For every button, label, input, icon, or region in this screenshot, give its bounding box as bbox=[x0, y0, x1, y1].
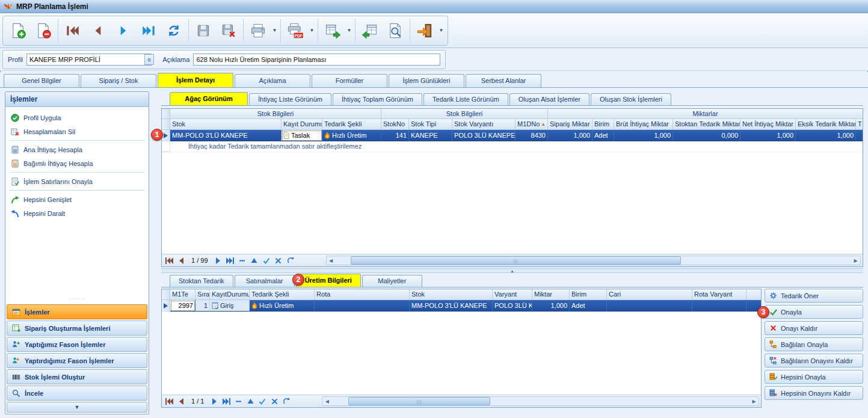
cell-stokno[interactable]: 141 bbox=[381, 130, 409, 141]
sidebar-action-bagimli-ihtiyac-hesapla[interactable]: Bağımlı İhtiyaç Hesapla bbox=[5, 156, 149, 170]
sidebar-group-incele[interactable]: İncele bbox=[7, 386, 147, 401]
column-header-sira[interactable]: Sıra bbox=[195, 289, 210, 300]
new-record-button[interactable] bbox=[5, 17, 31, 44]
cell-rota[interactable] bbox=[315, 300, 410, 312]
tree-nav-post-button[interactable] bbox=[261, 256, 272, 266]
cell-tedarik-sekli[interactable]: Hızlı Üretim bbox=[250, 300, 315, 312]
tab-satinalmalar[interactable]: Satınalmalar bbox=[235, 275, 295, 287]
detail-nav-first-button[interactable] bbox=[164, 396, 174, 407]
next-record-button[interactable] bbox=[111, 17, 136, 44]
cell-stok-varyanti[interactable]: POLO 3LÜ KANEPE Var bbox=[452, 130, 516, 141]
cell-birim[interactable]: Adet bbox=[593, 130, 614, 141]
detail-nav-post-button[interactable] bbox=[257, 396, 268, 407]
hepsinin-onayini-kaldir-button[interactable]: Hepsinin Onayını Kaldır bbox=[765, 386, 863, 400]
tab-genel-bilgiler[interactable]: Genel Bilgiler bbox=[4, 74, 79, 87]
tab-olusan-alsat-islemler[interactable]: Oluşan Alsat İşlemler bbox=[509, 93, 589, 105]
sidebar-group-stok-islemi-olustur[interactable]: Stok İşlemi Oluştur bbox=[7, 369, 147, 384]
sidebar-action-profil-uygula[interactable]: Profil Uygula bbox=[5, 111, 149, 124]
description-input[interactable] bbox=[193, 54, 440, 66]
previous-record-button[interactable] bbox=[85, 17, 111, 44]
scroll-right-arrow-icon[interactable]: ▶ bbox=[851, 256, 860, 265]
cell-sira[interactable]: 1 bbox=[195, 300, 210, 312]
column-header-cari[interactable]: Cari bbox=[607, 289, 692, 300]
column-header-varyant[interactable]: Varyant bbox=[493, 289, 532, 300]
sidebar-action-hepsini-genislet[interactable]: Hepsini Genişlet bbox=[5, 192, 149, 206]
detail-nav-next-button[interactable] bbox=[209, 396, 220, 407]
tab-islem-detayi[interactable]: İşlem Detayı bbox=[158, 73, 233, 87]
tab-tedarik-liste-gorunum[interactable]: Tedarik Liste Görünüm bbox=[423, 93, 508, 105]
column-header-stoktan-tedarik-miktar[interactable]: Stoktan Tedarik Miktar bbox=[673, 119, 740, 129]
horizontal-splitter[interactable]: ▲ bbox=[161, 268, 863, 273]
column-header-miktar[interactable]: Miktar bbox=[532, 289, 570, 300]
scroll-right-arrow-icon[interactable]: ▶ bbox=[749, 397, 759, 405]
column-header-kayit-durumu[interactable]: KayıtDurumu bbox=[210, 289, 250, 300]
tab-islem-gunlukleri[interactable]: İşlem Günlükleri bbox=[389, 74, 464, 87]
first-record-button[interactable] bbox=[60, 17, 85, 44]
cell-varyant[interactable]: POLO 3LÜ KAI bbox=[493, 300, 532, 312]
detail-nav-cancel-button[interactable] bbox=[269, 396, 280, 407]
tree-nav-cancel-button[interactable] bbox=[273, 256, 284, 266]
sidebar-group-islemler[interactable]: İşlemler bbox=[7, 304, 147, 319]
column-header-birim[interactable]: Birim bbox=[570, 289, 607, 300]
detail-nav-delete-button[interactable] bbox=[233, 396, 244, 407]
cell-eksik-tedarik-miktar[interactable]: 1,000 bbox=[796, 130, 856, 141]
column-header-birim[interactable]: Birim bbox=[593, 119, 614, 129]
tree-nav-previous-button[interactable] bbox=[176, 256, 186, 266]
tree-nav-delete-button[interactable] bbox=[237, 256, 248, 266]
detail-grid-h-scrollbar[interactable]: ◀ ||| ▶ bbox=[322, 396, 759, 406]
print-dropdown-arrow[interactable]: ▼ bbox=[271, 17, 279, 44]
scrollbar-thumb[interactable]: ||| bbox=[348, 397, 490, 405]
tree-grid-row-1[interactable]: MM-POLO 3'LÜ KANEPE Taslak Hızlı Üretim … bbox=[162, 130, 863, 141]
column-header-eksik-tedarik-miktar[interactable]: Eksik Tedarik Miktar bbox=[796, 119, 856, 129]
detail-nav-last-button[interactable] bbox=[221, 396, 232, 407]
save-button[interactable] bbox=[191, 17, 216, 44]
scrollbar-track[interactable]: ||| bbox=[331, 397, 749, 405]
column-header-kayit-durumu[interactable]: Kayıt Durumu bbox=[282, 119, 322, 129]
column-header-net-ihtiyac-miktar[interactable]: Net İhtiyaç Miktar bbox=[740, 119, 796, 129]
column-header-siparis-miktar[interactable]: Sipariş Miktar bbox=[548, 119, 593, 129]
scrollbar-track[interactable]: ||| bbox=[336, 256, 851, 265]
sidebar-group-yaptigimiz-fason-islemler[interactable]: Yaptığımız Fason İşlemler bbox=[7, 337, 147, 352]
export-dropdown-arrow[interactable]: ▼ bbox=[345, 17, 353, 44]
scrollbar-thumb[interactable]: ||| bbox=[351, 256, 681, 265]
cell-m1te[interactable]: 2997 bbox=[170, 300, 195, 312]
column-header-m1dno[interactable]: M1DNo▲ bbox=[516, 119, 548, 129]
column-header-tedarik-sekli[interactable]: Tedarik Şekli bbox=[322, 119, 381, 129]
cancel-save-button[interactable] bbox=[216, 17, 241, 44]
preview-button[interactable] bbox=[383, 17, 408, 44]
baglilarin-onayini-kaldir-button[interactable]: Bağlıların Onayını Kaldır bbox=[765, 354, 863, 367]
tree-nav-refresh-button[interactable] bbox=[285, 256, 296, 266]
tab-uretim-bilgileri[interactable]: Üretim Bilgileri bbox=[296, 274, 361, 287]
tab-olusan-stok-islemleri[interactable]: Oluşan Stok İşlemleri bbox=[591, 93, 671, 105]
sidebar-group-yaptirdigimiz-fason-islemler[interactable]: Yaptırdığımız Fason İşlemler bbox=[7, 353, 147, 368]
column-header-stok-tipi[interactable]: Stok Tipi bbox=[409, 119, 452, 129]
cell-cari[interactable] bbox=[607, 300, 692, 312]
profile-input[interactable] bbox=[26, 54, 152, 66]
column-header-tedarik-sekli[interactable]: Tedarik Şekli bbox=[250, 289, 315, 300]
column-header-m1te[interactable]: M1Te bbox=[170, 289, 195, 300]
scroll-left-arrow-icon[interactable]: ◀ bbox=[327, 256, 336, 265]
last-record-button[interactable] bbox=[136, 17, 161, 44]
sidebar-action-hesaplamalari-sil[interactable]: Hesaplamaları Sil bbox=[5, 124, 149, 138]
cell-siparis-miktar[interactable]: 1,000 bbox=[548, 130, 593, 141]
tree-nav-edit-button[interactable] bbox=[249, 256, 260, 266]
cell-m1dno[interactable]: 8430 bbox=[516, 130, 548, 141]
refresh-button[interactable] bbox=[161, 17, 186, 44]
delete-record-button[interactable] bbox=[31, 17, 56, 44]
column-header-rota-varyant[interactable]: Rota Varyant bbox=[692, 289, 746, 300]
column-header-brut-ihtiyac-miktar[interactable]: Brüt İhtiyaç Miktar bbox=[614, 119, 673, 129]
print-button[interactable] bbox=[245, 17, 271, 44]
cell-stok[interactable]: MM-POLO 3'LÜ KANEPE bbox=[170, 130, 282, 141]
cell-net-ihtiyac-miktar[interactable]: 1,000 bbox=[740, 130, 796, 141]
tab-formuller[interactable]: Formüller bbox=[312, 74, 387, 87]
sidebar-group-siparis-olusturma-islemleri[interactable]: Sipariş Oluşturma İşlemleri bbox=[7, 321, 147, 336]
onayi-kaldir-button[interactable]: Onayı Kaldır bbox=[765, 321, 863, 335]
sidebar-splitter-grip[interactable]: ····· bbox=[5, 296, 149, 303]
tab-ihtiyac-toplam-gorunum[interactable]: İhtiyaç Toplam Görünüm bbox=[333, 93, 422, 105]
column-header-rota[interactable]: Rota bbox=[315, 289, 410, 300]
sidebar-action-ana-ihtiyac-hesapla[interactable]: Ana İhtiyaç Hesapla bbox=[5, 143, 149, 156]
baglilari-onayla-button[interactable]: Bağlıları Onayla bbox=[765, 337, 863, 351]
tab-serbest-alanlar[interactable]: Serbest Alanlar bbox=[466, 74, 541, 87]
detail-nav-refresh-button[interactable] bbox=[281, 396, 292, 407]
cell-stoktan-tedarik-miktar[interactable]: 0,000 bbox=[673, 130, 740, 141]
